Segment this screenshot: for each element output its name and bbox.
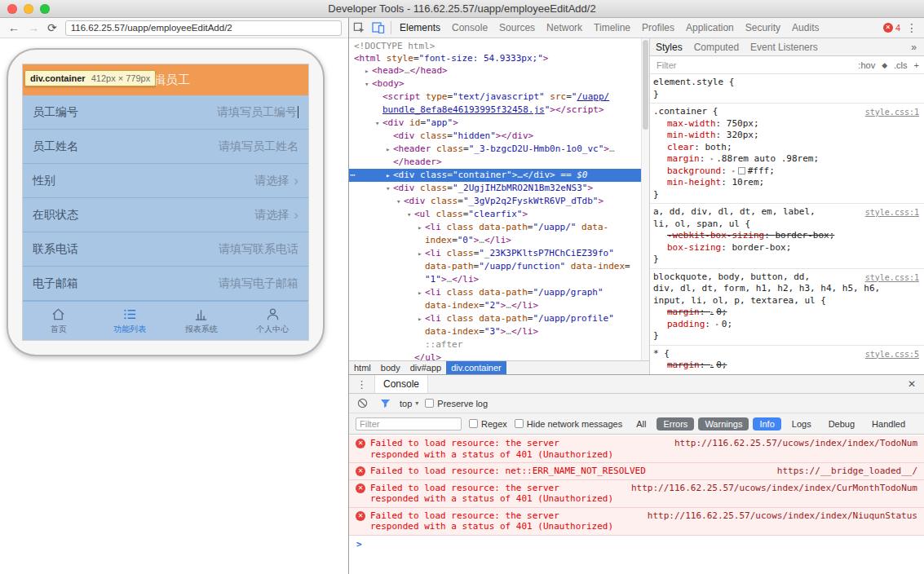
color-swatch-icon[interactable]: [738, 167, 745, 174]
console-message[interactable]: ✕Failed to load resource: the serverresp…: [349, 435, 924, 463]
tree-line[interactable]: ▸<li class data-path="/uapp/graph": [349, 286, 641, 299]
tree-line[interactable]: ▾<body>: [349, 77, 641, 91]
tree-line[interactable]: ::after: [349, 338, 641, 351]
form-row[interactable]: 电子邮箱请填写电子邮箱: [23, 267, 308, 301]
tree-line[interactable]: ▾<div class="_2UgjIHZbMRO2N1Bm32eNS3">: [349, 182, 641, 195]
form-row[interactable]: 在职状态请选择›: [23, 198, 308, 232]
css-property[interactable]: background: ▸#fff;: [653, 166, 921, 178]
console-level-info[interactable]: Info: [753, 417, 780, 430]
pseudo-state-icon[interactable]: ◆: [882, 61, 887, 69]
reload-icon[interactable]: ⟳: [47, 22, 57, 33]
hov-toggle[interactable]: :hov: [858, 60, 875, 70]
form-row[interactable]: 联系电话请填写联系电话: [23, 232, 308, 267]
tab-security[interactable]: Security: [740, 18, 786, 38]
console-message-source[interactable]: http://116.62.25.57/ucows/index/index/To…: [674, 438, 917, 449]
console-filter-input[interactable]: [356, 417, 462, 430]
tree-line[interactable]: <script type="text/javascript" src="/uap…: [349, 91, 641, 104]
rule-selector[interactable]: blockquote, body, button, dd,style.css:1: [653, 272, 921, 284]
scrollbar-thumb[interactable]: [643, 40, 648, 130]
console-message-source[interactable]: https://__bridge_loaded__/: [777, 466, 917, 477]
rule-selector[interactable]: div, dl, dt, form, h1, h2, h3, h4, h5, h…: [653, 283, 921, 295]
css-property[interactable]: margin: ▸0;: [653, 360, 921, 372]
rule-selector[interactable]: .container {style.css:1: [653, 106, 921, 118]
tree-line[interactable]: ▸<li class data-path="/uapp/profile": [349, 312, 641, 325]
stylesheet-link[interactable]: style.css:5: [865, 349, 919, 361]
tree-line[interactable]: </ul>: [349, 351, 641, 360]
tree-line[interactable]: bundle_8efa8e46193995f32458.js"></script…: [349, 104, 641, 117]
stylesheet-link[interactable]: style.css:1: [865, 107, 919, 119]
close-icon[interactable]: ✕: [900, 378, 924, 390]
tree-line[interactable]: </header>: [349, 156, 641, 169]
console-level-debug[interactable]: Debug: [822, 417, 861, 430]
stylesheet-link[interactable]: style.css:1: [865, 272, 919, 285]
tree-line[interactable]: ▸<li class="_23K3PKltsP7HChCiEZ39fo": [349, 247, 641, 260]
tree-line[interactable]: ▸<li class data-path="/uapp/" data-: [349, 221, 641, 234]
tabbar-item-list[interactable]: 功能列表: [95, 302, 166, 340]
stylesheet-link[interactable]: style.css:1: [865, 207, 919, 219]
console-level-all[interactable]: All: [630, 417, 652, 430]
form-row[interactable]: 员工编号请填写员工编号: [23, 95, 308, 130]
regex-checkbox[interactable]: Regex: [469, 419, 507, 429]
tab-network[interactable]: Network: [541, 18, 588, 38]
breadcrumb-item[interactable]: div.container: [446, 361, 506, 374]
console-level-errors[interactable]: Errors: [657, 417, 694, 430]
form-row[interactable]: 员工姓名请填写员工姓名: [23, 130, 308, 164]
tab-audits[interactable]: Audits: [786, 18, 825, 38]
device-toolbar-icon[interactable]: [369, 18, 388, 38]
css-property[interactable]: padding: ▸0;: [653, 319, 921, 331]
tree-line[interactable]: ▾<ul class="clearfix">: [349, 208, 641, 221]
console-message[interactable]: ✕Failed to load resource: the serverresp…: [349, 508, 924, 536]
tree-line[interactable]: <div class="hidden"></div>: [349, 130, 641, 143]
console-level-handled[interactable]: Handled: [865, 417, 912, 430]
tabbar-item-home[interactable]: 首页: [23, 302, 95, 340]
rule-selector[interactable]: * {style.css:5: [653, 348, 921, 360]
css-property[interactable]: box-sizing: border-box;: [653, 242, 921, 254]
back-icon[interactable]: ←: [8, 22, 20, 33]
tree-line[interactable]: data-path="/uapp/function" data-index=: [349, 260, 641, 273]
console-message-source[interactable]: http://116.62.25.57/ucows/index/index/Cu…: [631, 483, 917, 494]
drawer-menu-icon[interactable]: ⋮: [349, 378, 374, 391]
expand-icon[interactable]: ▸: [710, 362, 714, 369]
rule-selector[interactable]: li, ol, span, ul {: [653, 219, 921, 231]
more-menu-icon[interactable]: ⋮: [904, 21, 924, 34]
filter-funnel-icon[interactable]: [377, 395, 393, 412]
tab-profiles[interactable]: Profiles: [636, 18, 680, 38]
expand-icon[interactable]: ▸: [710, 156, 714, 162]
error-count-badge[interactable]: ✕ 4: [880, 23, 904, 33]
url-field[interactable]: 116.62.25.57/uapp/employeeEditAdd/2: [65, 20, 342, 36]
tab-elements[interactable]: Elements: [394, 18, 446, 38]
preserve-log-checkbox[interactable]: Preserve log: [425, 399, 488, 408]
console-tab[interactable]: Console: [374, 375, 428, 393]
console-level-warnings[interactable]: Warnings: [698, 417, 749, 430]
console-level-logs[interactable]: Logs: [785, 417, 818, 430]
console-message-source[interactable]: http://116.62.25.57/ucows/index/index/Ni…: [648, 510, 917, 522]
console-prompt[interactable]: >: [349, 536, 924, 553]
rule-selector[interactable]: element.style {: [653, 77, 921, 89]
new-style-rule-button[interactable]: +: [914, 60, 919, 70]
cls-toggle[interactable]: .cls: [894, 60, 908, 70]
css-property[interactable]: max-width: 750px;: [653, 118, 921, 130]
css-property[interactable]: margin: ▸0;: [653, 307, 921, 319]
console-message[interactable]: ✕Failed to load resource: the serverresp…: [349, 480, 924, 508]
clear-console-icon[interactable]: [354, 395, 370, 412]
rule-selector[interactable]: input, li, ol, p, textarea, ul {: [653, 295, 921, 307]
sidebar-tab-more[interactable]: »: [905, 42, 924, 53]
tree-line[interactable]: ▸<header class="_3-bzgcD2U-Hmb0n-1o0_vc"…: [349, 143, 641, 156]
sidebar-tab-event-listeners[interactable]: Event Listeners: [745, 42, 824, 53]
sidebar-tab-styles[interactable]: Styles: [650, 42, 688, 53]
css-property[interactable]: min-height: 10rem;: [653, 177, 921, 189]
tab-sources[interactable]: Sources: [493, 18, 541, 38]
tree-line[interactable]: ▾<div id="app">: [349, 117, 641, 130]
tree-line[interactable]: index="0">…</li>: [349, 234, 641, 247]
css-property[interactable]: -webkit-box-sizing: border-box;: [653, 230, 921, 242]
breadcrumb-item[interactable]: html: [349, 361, 376, 374]
rule-selector[interactable]: a, dd, div, dl, dt, em, label,style.css:…: [653, 206, 921, 219]
tree-line[interactable]: <!DOCTYPE html>: [349, 40, 641, 52]
tree-line[interactable]: <html style="font-size: 54.9333px;">: [349, 52, 641, 64]
console-message[interactable]: ✕Failed to load resource: net::ERR_NAME_…: [349, 463, 924, 480]
close-window-button[interactable]: [7, 4, 17, 14]
tab-timeline[interactable]: Timeline: [588, 18, 636, 38]
zoom-window-button[interactable]: [40, 4, 50, 14]
css-property[interactable]: clear: both;: [653, 142, 921, 154]
inspect-icon[interactable]: [349, 18, 369, 38]
